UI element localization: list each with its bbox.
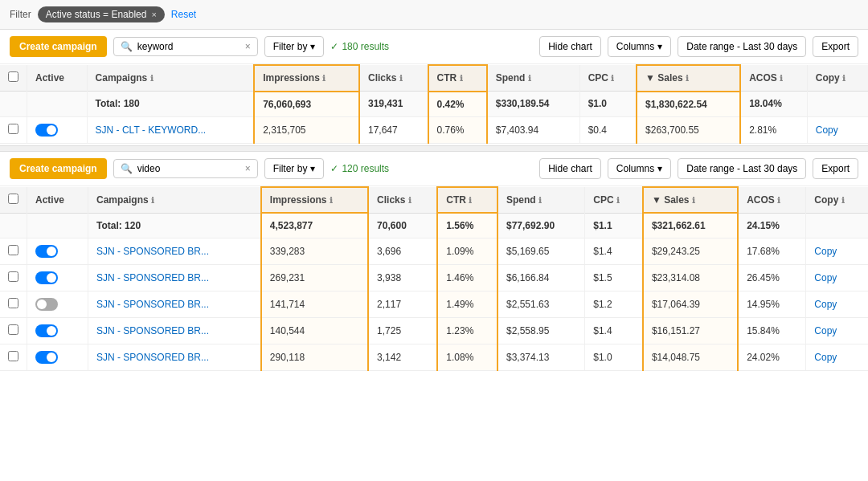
clicks-2-1: 3,938 <box>368 265 437 291</box>
impressions-1-1: 2,315,705 <box>254 116 359 143</box>
header-spend-2: Spend ℹ <box>497 187 585 214</box>
sales-2-0: $29,243.25 <box>643 238 738 265</box>
header-impressions-2[interactable]: Impressions ℹ <box>261 187 368 214</box>
campaign-link-2-0[interactable]: SJN - SPONSORED BR... <box>96 246 209 257</box>
campaign-link-2-2[interactable]: SJN - SPONSORED BR... <box>96 299 209 310</box>
header-impressions-1[interactable]: Impressions ℹ <box>254 65 359 92</box>
hide-chart-button-1[interactable]: Hide chart <box>539 36 601 57</box>
reset-link[interactable]: Reset <box>171 9 196 20</box>
hide-chart-button-2[interactable]: Hide chart <box>539 158 601 179</box>
header-active-2: Active <box>27 187 88 214</box>
columns-button-1[interactable]: Columns ▾ <box>608 36 671 57</box>
date-range-button-2[interactable]: Date range - Last 30 days <box>678 158 806 179</box>
table-header-row-2: Active Campaigns ℹ Impressions ℹ Clicks … <box>0 187 868 214</box>
export-button-2[interactable]: Export <box>813 158 858 179</box>
header-sales-2[interactable]: ▼ Sales ℹ <box>643 187 738 214</box>
clicks-1-1: 17,647 <box>359 116 428 143</box>
search-box-1[interactable]: 🔍 × <box>113 37 258 56</box>
header-checkbox-2[interactable] <box>0 187 27 214</box>
header-active-1: Active <box>27 65 88 92</box>
info-copy-icon-2: ℹ <box>841 196 845 205</box>
search-icon-1: 🔍 <box>121 41 133 52</box>
table-header-row-1: Active Campaigns ℹ Impressions ℹ Clicks … <box>0 65 868 92</box>
clicks-2-2: 2,117 <box>368 291 437 318</box>
copy-link-2-3[interactable]: Copy <box>814 325 837 336</box>
clicks-2-4: 3,142 <box>368 344 437 371</box>
campaign-link-2-4[interactable]: SJN - SPONSORED BR... <box>96 352 209 363</box>
clear-search-icon-1[interactable]: × <box>245 41 251 52</box>
toggle-2-3[interactable] <box>35 324 58 337</box>
campaigns-table-1: Active Campaigns ℹ Impressions ℹ Clicks … <box>0 64 868 144</box>
impressions-2-1: 269,231 <box>261 265 368 291</box>
toolbar-section2: Create campaign 🔍 × Filter by ▾ ✓ 120 re… <box>0 152 868 186</box>
row-checkbox-2-2[interactable] <box>8 298 18 308</box>
create-campaign-button-1[interactable]: Create campaign <box>10 36 107 57</box>
copy-link-2-0[interactable]: Copy <box>814 246 837 257</box>
cpc-2-3: $1.4 <box>585 318 643 344</box>
toggle-1-1[interactable] <box>35 124 58 137</box>
total-label-1: Total: 180 <box>87 92 254 117</box>
create-campaign-button-2[interactable]: Create campaign <box>10 158 107 179</box>
acos-2-4: 24.02% <box>738 344 806 371</box>
row-checkbox-2-0[interactable] <box>8 245 18 255</box>
campaign-link-2-1[interactable]: SJN - SPONSORED BR... <box>96 272 209 283</box>
search-input-2[interactable] <box>137 163 240 174</box>
cpc-2-2: $1.2 <box>585 291 643 318</box>
remove-filter-icon[interactable]: × <box>151 10 156 19</box>
toolbar-section1: Create campaign 🔍 × Filter by ▾ ✓ 180 re… <box>0 30 868 64</box>
header-clicks-1: Clicks ℹ <box>359 65 428 92</box>
row-checkbox-2-1[interactable] <box>8 271 18 282</box>
info-impressions-icon-1: ℹ <box>322 74 326 83</box>
table-section2: Active Campaigns ℹ Impressions ℹ Clicks … <box>0 186 868 372</box>
cpc-2-0: $1.4 <box>585 238 643 265</box>
impressions-2-4: 290,118 <box>261 344 368 371</box>
date-range-button-1[interactable]: Date range - Last 30 days <box>678 36 806 57</box>
header-acos-2: ACOS ℹ <box>738 187 806 214</box>
header-copy-1: Copy ℹ <box>807 65 868 92</box>
columns-button-2[interactable]: Columns ▾ <box>608 158 671 179</box>
spend-2-1: $6,166.84 <box>497 265 585 291</box>
spend-1-1: $7,403.94 <box>487 116 579 143</box>
header-spend-1: Spend ℹ <box>487 65 579 92</box>
info-spend-icon-2: ℹ <box>538 196 542 205</box>
filter-by-button-1[interactable]: Filter by ▾ <box>264 36 325 57</box>
copy-link-2-4[interactable]: Copy <box>814 352 837 363</box>
header-campaigns-2: Campaigns ℹ <box>88 187 261 214</box>
section-divider <box>0 145 868 152</box>
cpc-2-1: $1.5 <box>585 265 643 291</box>
ctr-1-1: 0.76% <box>428 116 487 143</box>
cpc-1-1: $0.4 <box>579 116 637 143</box>
copy-link-2-1[interactable]: Copy <box>814 272 837 283</box>
active-status-filter-tag[interactable]: Active status = Enabled × <box>38 6 165 22</box>
search-input-1[interactable] <box>137 41 240 52</box>
toggle-2-1[interactable] <box>35 271 58 284</box>
search-icon-2: 🔍 <box>121 163 133 174</box>
campaign-link-1-1[interactable]: SJN - CLT - KEYWORD... <box>96 124 207 136</box>
row-checkbox-2-3[interactable] <box>8 324 18 335</box>
impressions-2-2: 141,714 <box>261 291 368 318</box>
header-checkbox-1[interactable] <box>0 65 27 92</box>
header-sales-1[interactable]: ▼ Sales ℹ <box>637 65 740 92</box>
header-ctr-2[interactable]: CTR ℹ <box>437 187 497 214</box>
total-cpc-1: $1.0 <box>579 92 637 117</box>
header-copy-2: Copy ℹ <box>806 187 868 214</box>
campaign-row-2-0: SJN - SPONSORED BR... 339,283 3,696 1.09… <box>0 238 868 265</box>
copy-link-2-2[interactable]: Copy <box>814 299 837 310</box>
header-cpc-1: CPC ℹ <box>579 65 637 92</box>
export-button-1[interactable]: Export <box>813 36 858 57</box>
toggle-2-0[interactable] <box>35 245 58 258</box>
campaign-link-2-3[interactable]: SJN - SPONSORED BR... <box>96 325 209 336</box>
toggle-2-4[interactable] <box>35 351 58 364</box>
toggle-2-2[interactable] <box>35 298 58 311</box>
total-cpc-2: $1.1 <box>585 213 643 238</box>
header-ctr-1[interactable]: CTR ℹ <box>428 65 487 92</box>
acos-1-1: 2.81% <box>740 116 807 143</box>
copy-link-1-1[interactable]: Copy <box>816 124 838 136</box>
total-acos-1: 18.04% <box>740 92 807 117</box>
row-checkbox-2-4[interactable] <box>8 351 18 361</box>
search-box-2[interactable]: 🔍 × <box>113 159 258 178</box>
clear-search-icon-2[interactable]: × <box>245 163 251 174</box>
filter-by-button-2[interactable]: Filter by ▾ <box>264 158 325 179</box>
row-checkbox-1-1[interactable] <box>8 124 18 134</box>
ctr-2-0: 1.09% <box>437 238 497 265</box>
